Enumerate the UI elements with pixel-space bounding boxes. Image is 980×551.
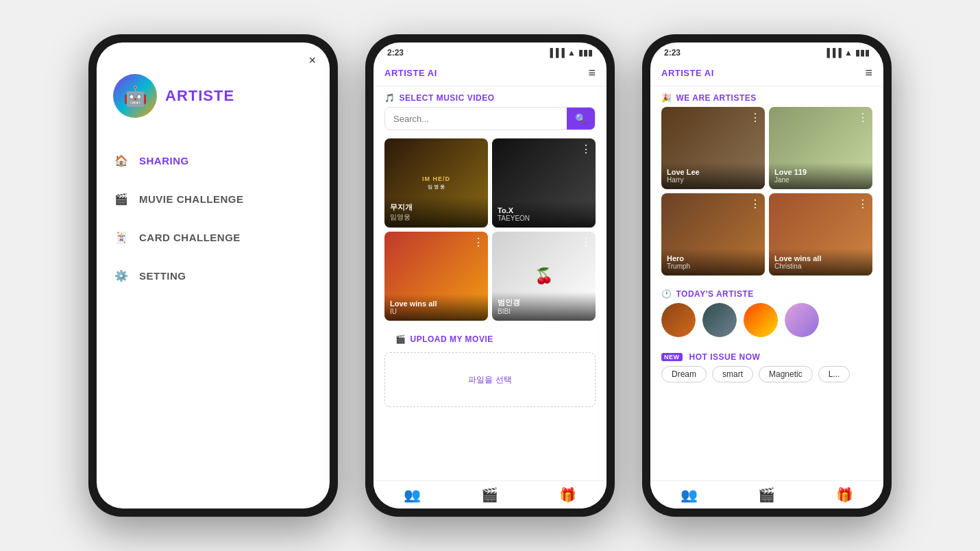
muvie-label: MUVIE CHALLENGE [139,193,244,205]
artiste-name-2: Love 119 [774,168,867,176]
artiste-name-3: Hero [667,254,759,262]
time-3: 2:23 [664,48,681,58]
nav-gift-icon[interactable]: 🎁 [559,487,576,503]
status-bar-3: 2:23 ▐▐▐ ▲ ▮▮▮ [650,42,883,60]
muvie-icon: 🎬 [113,191,130,207]
app-header: ARTISTE AI ≡ [373,60,607,86]
card-icon: 🃏 [113,229,130,245]
artiste-card-2[interactable]: ⋮ Love 119 Jane [769,107,872,189]
artiste-sub-1: Harry [667,176,759,184]
tag-magnetic[interactable]: Magnetic [759,366,813,382]
video-overlay-3: Love wins all IU [384,294,488,321]
video-artist-3: IU [390,308,482,315]
bottom-nav-2: 👥 🎬 🎁 [373,480,607,509]
menu-item-muvie[interactable]: 🎬 MUVIE CHALLENGE [113,191,313,207]
signal-icon-3: ▐▐▐ [824,48,842,58]
avatar-1[interactable] [661,303,696,337]
setting-label: SETTING [139,270,186,282]
battery-icon-3: ▮▮▮ [855,48,870,58]
app-header-3: ARTISTE AI ≡ [650,60,883,86]
menu-item-sharing[interactable]: 🏠 SHARING [113,152,313,169]
app-name: ARTISTE [165,87,234,105]
menu-item-card[interactable]: 🃏 CARD CHALLENGE [113,229,313,245]
artiste-card-3[interactable]: ⋮ Hero Trumph [661,193,765,276]
close-button[interactable]: × [308,53,316,68]
artiste-sub-3: Trumph [667,262,759,270]
artiste-more-2[interactable]: ⋮ [857,111,868,124]
search-input[interactable] [385,108,567,130]
video-overlay-2: To.X TAEYEON [492,201,596,228]
today-avatars [650,303,883,345]
upload-icon: 🎬 [395,334,406,344]
artistes-section-title: 🎉 WE ARE ARTISTES [650,86,883,107]
avatar-4[interactable] [785,303,819,337]
app-title-3: ARTISTE AI [661,68,714,78]
hamburger-menu-3[interactable]: ≡ [865,66,872,80]
video-title-3: Love wins all [390,299,482,308]
tag-smart[interactable]: smart [712,366,753,382]
upload-box[interactable]: 파일을 선택 [384,352,596,407]
signal-icon: ▐▐▐ [548,48,565,58]
search-button[interactable]: 🔍 [567,108,595,130]
tag-dream[interactable]: Dream [661,366,707,382]
nav-video-icon-3[interactable]: 🎬 [758,487,775,503]
video-card-1[interactable]: IM HE/D 임 영 웅 무지개 임영웅 [384,138,488,228]
artiste-overlay-1: Love Lee Harry [661,162,765,189]
music-icon: 🎵 [384,93,395,103]
avatar-2[interactable] [702,303,737,337]
artiste-sub-4: Christina [774,262,867,270]
video-artist-4: BIBI [498,308,590,315]
home-icon: 🏠 [113,152,130,169]
artiste-card-4[interactable]: ⋮ Love wins all Christina [769,193,872,276]
artiste-more-3[interactable]: ⋮ [750,197,761,210]
video-overlay-1: 무지개 임영웅 [384,197,488,228]
avatar-3[interactable] [744,303,778,337]
menu-logo: 🤖 ARTISTE [113,74,313,118]
more-icon-3[interactable]: ⋮ [473,236,484,249]
hamburger-menu[interactable]: ≡ [588,66,596,80]
sharing-label: SHARING [139,155,189,167]
menu-items-list: 🏠 SHARING 🎬 MUVIE CHALLENGE 🃏 CARD CHALL… [113,152,313,284]
upload-placeholder: 파일을 선택 [468,374,511,386]
select-music-title: 🎵 SELECT MUSIC VIDEO [373,86,607,107]
video-artist-2: TAEYEON [498,215,590,222]
artiste-name-1: Love Lee [667,168,759,176]
search-bar[interactable]: 🔍 [384,107,596,130]
video-card-4[interactable]: 🍒 ⋮ 범인갱 BIBI [492,232,596,321]
phone-1: × 🤖 ARTISTE 🏠 SHARING 🎬 MUVIE CHALLENGE … [88,34,338,517]
artiste-more-4[interactable]: ⋮ [857,197,868,210]
tag-more[interactable]: L... [818,366,850,382]
clock-icon: 🕐 [661,289,672,299]
nav-gift-icon-3[interactable]: 🎁 [836,487,853,503]
video-card-2[interactable]: ⋮ To.X TAEYEON [492,138,596,228]
video-overlay-4: 범인갱 BIBI [492,292,596,321]
new-badge: NEW [661,353,683,361]
video-card-3[interactable]: ⋮ Love wins all IU [384,232,488,321]
status-icons-3: ▐▐▐ ▲ ▮▮▮ [824,48,870,58]
card-label: CARD CHALLENGE [139,232,241,243]
nav-video-icon[interactable]: 🎬 [481,487,498,503]
artiste-more-1[interactable]: ⋮ [750,111,761,124]
more-icon-2[interactable]: ⋮ [580,143,591,156]
screen-content-3: 🎉 WE ARE ARTISTES ⋮ Love Lee Harry ⋮ Lo [650,86,883,491]
battery-icon: ▮▮▮ [578,48,593,58]
artiste-name-4: Love wins all [774,254,867,262]
bottom-nav-3: 👥 🎬 🎁 [650,480,883,509]
menu-item-setting[interactable]: ⚙️ SETTING [113,267,313,284]
artiste-card-1[interactable]: ⋮ Love Lee Harry [661,107,765,189]
wifi-icon: ▲ [567,48,576,58]
time: 2:23 [387,48,404,58]
today-section-title: 🕐 TODAY'S ARTISTE [650,282,883,303]
artiste-sub-2: Jane [774,176,867,184]
more-icon-4[interactable]: ⋮ [580,236,591,249]
artiste-overlay-4: Love wins all Christina [769,249,872,276]
artiste-overlay-2: Love 119 Jane [769,162,872,189]
hot-tags: Dream smart Magnetic L... [650,366,883,382]
video-title-2: To.X [498,206,590,215]
nav-social-icon[interactable]: 👥 [404,487,421,503]
video-grid: IM HE/D 임 영 웅 무지개 임영웅 ⋮ To.X [373,138,607,321]
status-bar: 2:23 ▐▐▐ ▲ ▮▮▮ [373,42,607,60]
phone-2: 2:23 ▐▐▐ ▲ ▮▮▮ ARTISTE AI ≡ 🎵 SELECT MUS… [365,34,615,517]
nav-social-icon-3[interactable]: 👥 [681,487,698,503]
upload-section: 🎬 UPLOAD MY MOVIE 파일을 선택 [373,321,607,414]
